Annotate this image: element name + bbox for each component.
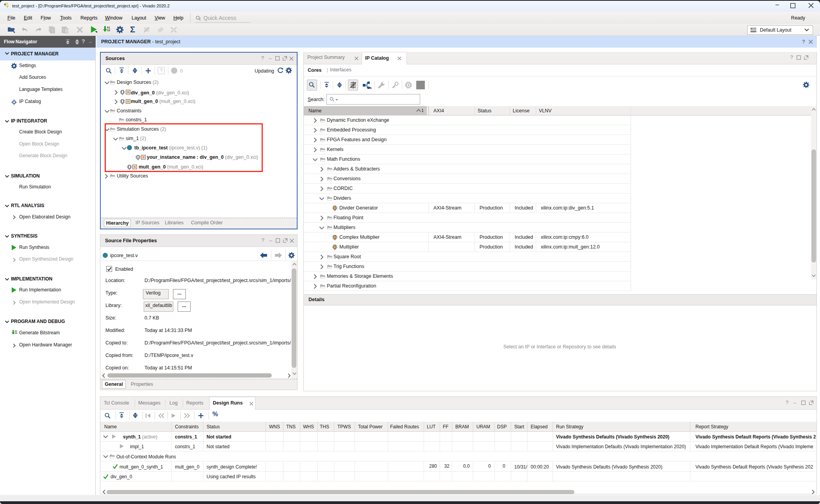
svg-text:01: 01 — [107, 26, 110, 29]
svg-text:10: 10 — [107, 29, 110, 32]
svg-text:10: 10 — [15, 332, 17, 334]
